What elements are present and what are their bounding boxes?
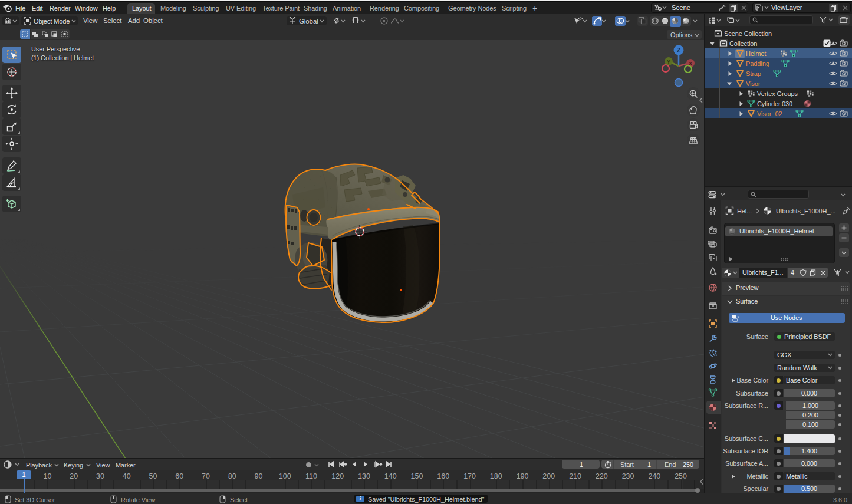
svg-text:Y: Y <box>667 59 670 65</box>
svg-text:Z: Z <box>677 47 680 54</box>
